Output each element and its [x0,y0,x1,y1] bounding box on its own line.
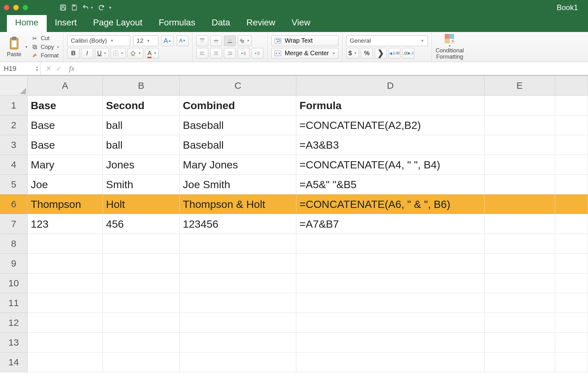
accounting-format-button[interactable]: $▼ [346,48,359,59]
cell-C7[interactable]: 123456 [180,214,296,234]
cell-C3[interactable]: Baseball [180,135,296,155]
align-left-button[interactable] [196,48,208,59]
row-header-2[interactable]: 2 [0,115,28,135]
orientation-button[interactable]: ab▼ [238,35,252,46]
row-header-1[interactable]: 1 [0,96,28,115]
cell-E4[interactable] [485,155,555,175]
cell-E1[interactable] [485,96,555,115]
cell-B2[interactable]: ball [103,115,180,135]
cell-E13[interactable] [485,333,555,352]
cell-E11[interactable] [485,293,555,313]
name-box[interactable]: H19 ▲▼ [0,62,41,75]
cell-C1[interactable]: Combined [180,96,296,115]
cell-D11[interactable] [296,293,485,313]
column-header-E[interactable]: E [485,76,555,96]
align-middle-button[interactable] [210,35,222,46]
align-bottom-button[interactable] [224,35,236,46]
customize-qat-button[interactable]: ▾ [109,5,111,10]
cancel-formula-icon[interactable]: ✕ [46,65,51,73]
cell-blank-1[interactable] [555,96,588,115]
cell-B4[interactable]: Jones [103,155,180,175]
cell-C9[interactable] [180,254,296,273]
cell-blank-13[interactable] [555,333,588,352]
row-header-7[interactable]: 7 [0,214,28,234]
cell-blank-11[interactable] [555,293,588,313]
cell-blank-5[interactable] [555,175,588,194]
cell-A4[interactable]: Mary [28,155,103,175]
copy-button[interactable]: Copy ▼ [31,44,60,50]
row-header-9[interactable]: 9 [0,254,28,273]
column-header-blank[interactable] [555,76,588,96]
cell-B13[interactable] [103,333,180,352]
select-all-corner[interactable] [0,76,28,96]
cell-C13[interactable] [180,333,296,352]
cell-blank-8[interactable] [555,234,588,254]
bold-button[interactable]: B [67,48,79,59]
borders-button[interactable]: ▼ [111,48,126,59]
cell-blank-7[interactable] [555,214,588,234]
cell-C11[interactable] [180,293,296,313]
decrease-decimal-button[interactable]: .00▶.0 [402,48,414,59]
cell-B14[interactable] [103,352,180,372]
cell-A14[interactable] [28,352,103,372]
align-center-button[interactable] [210,48,222,59]
conditional-formatting-button[interactable]: ≠ ▼ Conditional Formatting [436,34,464,60]
row-header-13[interactable]: 13 [0,333,28,352]
maximize-button[interactable] [23,5,28,10]
cell-A2[interactable]: Base [28,115,103,135]
cell-D12[interactable] [296,313,485,333]
font-color-button[interactable]: A ▼ [145,48,159,59]
cell-D14[interactable] [296,352,485,372]
cell-A3[interactable]: Base [28,135,103,155]
cell-C14[interactable] [180,352,296,372]
cell-D13[interactable] [296,333,485,352]
comma-button[interactable]: ❯ [375,48,387,59]
cell-B3[interactable]: ball [103,135,180,155]
increase-font-button[interactable]: A▲ [162,35,173,46]
increase-indent-button[interactable] [252,48,263,59]
cell-B8[interactable] [103,234,180,254]
cell-B12[interactable] [103,313,180,333]
cell-D2[interactable]: =CONCATENATE(A2,B2) [296,115,485,135]
wrap-text-button[interactable]: Wrap Text [271,35,338,46]
cell-A6[interactable]: Thompson [28,194,103,214]
row-header-4[interactable]: 4 [0,155,28,175]
fx-icon[interactable]: fx [66,64,77,73]
cell-blank-6[interactable] [555,194,588,214]
cell-D3[interactable]: =A3&B3 [296,135,485,155]
column-header-D[interactable]: D [296,76,485,96]
cell-C8[interactable] [180,234,296,254]
align-top-button[interactable] [196,35,208,46]
cell-C4[interactable]: Mary Jones [180,155,296,175]
italic-button[interactable]: I [81,48,93,59]
cell-E8[interactable] [485,234,555,254]
cell-D7[interactable]: =A7&B7 [296,214,485,234]
cell-C2[interactable]: Baseball [180,115,296,135]
row-header-10[interactable]: 10 [0,273,28,293]
cell-D8[interactable] [296,234,485,254]
row-header-6[interactable]: 6 [0,194,28,214]
cell-D1[interactable]: Formula [296,96,485,115]
decrease-indent-button[interactable] [238,48,250,59]
save-icon[interactable] [60,4,66,11]
cell-A8[interactable] [28,234,103,254]
cell-C5[interactable]: Joe Smith [180,175,296,194]
percent-button[interactable]: % [361,48,373,59]
tab-view[interactable]: View [283,14,319,32]
cell-D6[interactable]: =CONCATENATE(A6, " & ", B6) [296,194,485,214]
cell-blank-14[interactable] [555,352,588,372]
row-header-14[interactable]: 14 [0,352,28,372]
cell-C6[interactable]: Thompson & Holt [180,194,296,214]
cell-blank-3[interactable] [555,135,588,155]
close-button[interactable] [4,5,9,10]
cell-A12[interactable] [28,313,103,333]
row-header-8[interactable]: 8 [0,234,28,254]
increase-decimal-button[interactable]: ◀.0.00 [389,48,400,59]
cell-E9[interactable] [485,254,555,273]
cell-E6[interactable] [485,194,555,214]
cell-E10[interactable] [485,273,555,293]
cell-A7[interactable]: 123 [28,214,103,234]
tab-page-layout[interactable]: Page Layout [85,14,151,32]
cell-A5[interactable]: Joe [28,175,103,194]
tab-data[interactable]: Data [204,14,238,32]
